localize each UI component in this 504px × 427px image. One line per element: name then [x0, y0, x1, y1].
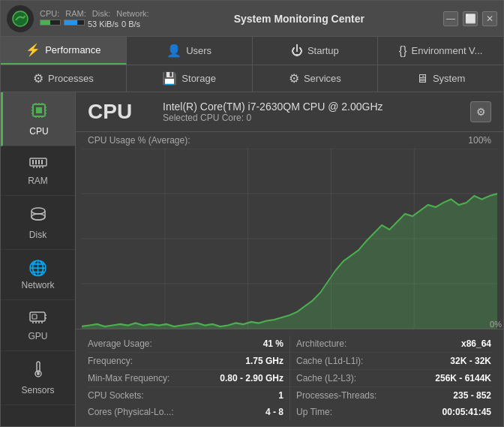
processes-icon: ⚙ — [33, 71, 44, 86]
network-stat-label: Network: — [116, 9, 148, 18]
stat-row-proc-threads: Processes-Threads: 235 - 852 — [290, 387, 491, 404]
tab-services[interactable]: ⚙ Services — [253, 65, 379, 92]
cpu-stat-label: CPU: — [40, 9, 59, 18]
cpu-bar — [40, 20, 61, 26]
main-content: CPU RAM — [1, 92, 503, 426]
network-value: 0 B/s — [122, 20, 140, 29]
chart-label: CPU Usage % (Average): — [88, 135, 190, 146]
tab-users[interactable]: 👤 Users — [127, 37, 253, 65]
tab-startup[interactable]: ⏻ Startup — [253, 37, 379, 65]
cpu-info: Intel(R) Core(TM) i7-2630QM CPU @ 2.00GH… — [163, 101, 470, 123]
tab-system[interactable]: 🖥 System — [378, 65, 503, 92]
stats-right-col: Architecture: x86_64 Cache (L1d-L1i): 32… — [290, 335, 491, 420]
sockets-val: 1 — [278, 390, 284, 401]
stat-row-sockets: CPU Sockets: 1 — [88, 387, 290, 404]
uptime-val: 00:05:41:45 — [442, 407, 491, 417]
svg-point-0 — [13, 11, 28, 26]
tab-environment-label: Environment V... — [412, 45, 483, 56]
users-icon: 👤 — [166, 44, 182, 58]
avg-usage-val: 41 % — [263, 338, 284, 349]
cores-key: Cores (Physical-Lo...: — [88, 407, 174, 417]
sidebar-item-network[interactable]: 🌐 Network — [1, 250, 75, 300]
sensors-sidebar-icon — [31, 360, 46, 382]
tab-performance[interactable]: ⚡ Performance — [1, 37, 127, 65]
system-icon: 🖥 — [416, 72, 428, 86]
arch-val: x86_64 — [461, 338, 491, 349]
stat-row-minmax-freq: Min-Max Frequency: 0.80 - 2.90 GHz — [88, 370, 290, 387]
chart-max-label: 100% — [468, 135, 491, 146]
proc-threads-key: Processes-Threads: — [296, 390, 376, 401]
cpu-chart: 0% — [82, 149, 497, 329]
stat-row-frequency: Frequency: 1.75 GHz — [88, 353, 290, 370]
cpu-header: CPU Intel(R) Core(TM) i7-2630QM CPU @ 2.… — [76, 92, 503, 132]
sidebar-cpu-label: CPU — [29, 126, 48, 137]
tab-environment[interactable]: {} Environment V... — [378, 37, 503, 65]
sidebar-item-sensors[interactable]: Sensors — [1, 351, 75, 405]
tab-services-label: Services — [304, 73, 341, 84]
chart-header: CPU Usage % (Average): 100% — [76, 132, 503, 149]
sidebar-ram-label: RAM — [28, 176, 48, 186]
sidebar-network-label: Network — [21, 280, 54, 290]
sidebar-gpu-label: GPU — [28, 331, 47, 341]
performance-icon: ⚡ — [26, 43, 40, 57]
arch-key: Architecture: — [296, 338, 346, 349]
sidebar-item-ram[interactable]: RAM — [1, 146, 75, 196]
tab-system-label: System — [433, 73, 465, 84]
ram-bar — [64, 20, 85, 26]
sidebar: CPU RAM — [1, 92, 76, 426]
tab-performance-label: Performance — [45, 44, 100, 56]
svg-rect-18 — [38, 160, 40, 164]
svg-rect-17 — [35, 160, 37, 164]
nav-row-1: ⚡ Performance 👤 Users ⏻ Startup {} Envir… — [1, 37, 503, 65]
chart-min-label: 0% — [490, 320, 502, 329]
svg-rect-27 — [32, 314, 37, 319]
app-logo — [7, 5, 34, 32]
sidebar-item-disk[interactable]: Disk — [1, 196, 75, 250]
avg-usage-key: Average Usage: — [88, 338, 152, 349]
tab-storage-label: Storage — [182, 73, 216, 84]
minimize-button[interactable]: — — [443, 11, 458, 26]
cpu-settings-button[interactable]: ⚙ — [470, 101, 491, 122]
sockets-key: CPU Sockets: — [88, 390, 144, 401]
close-button[interactable]: ✕ — [482, 11, 497, 26]
main-window: CPU: RAM: Disk: Network: 53 KiB/s 0 B/s … — [0, 0, 504, 427]
tab-storage[interactable]: 💾 Storage — [127, 65, 253, 92]
svg-point-25 — [32, 214, 45, 220]
sidebar-item-gpu[interactable]: GPU — [1, 300, 75, 351]
cores-val: 4 - 8 — [266, 407, 284, 417]
tab-processes-label: Processes — [48, 73, 94, 84]
uptime-key: Up Time: — [296, 407, 332, 417]
sidebar-disk-label: Disk — [29, 230, 46, 240]
sidebar-sensors-label: Sensors — [21, 385, 54, 395]
disk-stat-label: Disk: — [92, 9, 110, 18]
cache-l2l3-key: Cache (L2-L3): — [296, 373, 356, 383]
maximize-button[interactable]: ⬜ — [463, 11, 478, 26]
tab-startup-label: Startup — [308, 45, 339, 56]
svg-point-24 — [32, 208, 45, 214]
minmax-freq-key: Min-Max Frequency: — [88, 373, 170, 383]
tab-processes[interactable]: ⚙ Processes — [1, 65, 127, 92]
minmax-freq-val: 0.80 - 2.90 GHz — [220, 373, 284, 383]
stats-left-col: Average Usage: 41 % Frequency: 1.75 GHz … — [88, 335, 290, 420]
frequency-key: Frequency: — [88, 356, 133, 366]
window-title: System Monitoring Center — [155, 13, 443, 25]
tab-users-label: Users — [186, 45, 212, 56]
sidebar-item-cpu[interactable]: CPU — [1, 92, 75, 146]
svg-rect-16 — [32, 160, 34, 164]
gpu-sidebar-icon — [29, 309, 47, 328]
disk-value: 53 KiB/s — [88, 20, 118, 29]
cpu-content-panel: CPU Intel(R) Core(TM) i7-2630QM CPU @ 2.… — [76, 92, 503, 426]
cpu-sidebar-icon — [30, 101, 48, 123]
titlebar-stats: CPU: RAM: Disk: Network: 53 KiB/s 0 B/s — [40, 9, 149, 29]
cpu-core: Selected CPU Core: 0 — [163, 113, 470, 123]
svg-rect-19 — [41, 160, 43, 164]
svg-marker-46 — [82, 194, 497, 329]
network-sidebar-icon: 🌐 — [28, 259, 47, 277]
window-controls: — ⬜ ✕ — [443, 11, 497, 26]
stat-row-cores: Cores (Physical-Lo...: 4 - 8 — [88, 404, 290, 420]
stats-grid: Average Usage: 41 % Frequency: 1.75 GHz … — [76, 329, 503, 426]
nav-row-2: ⚙ Processes 💾 Storage ⚙ Services 🖥 Syste… — [1, 65, 503, 92]
cpu-name: Intel(R) Core(TM) i7-2630QM CPU @ 2.00GH… — [163, 101, 470, 113]
cache-l1-key: Cache (L1d-L1i): — [296, 356, 363, 366]
svg-point-36 — [37, 372, 40, 375]
